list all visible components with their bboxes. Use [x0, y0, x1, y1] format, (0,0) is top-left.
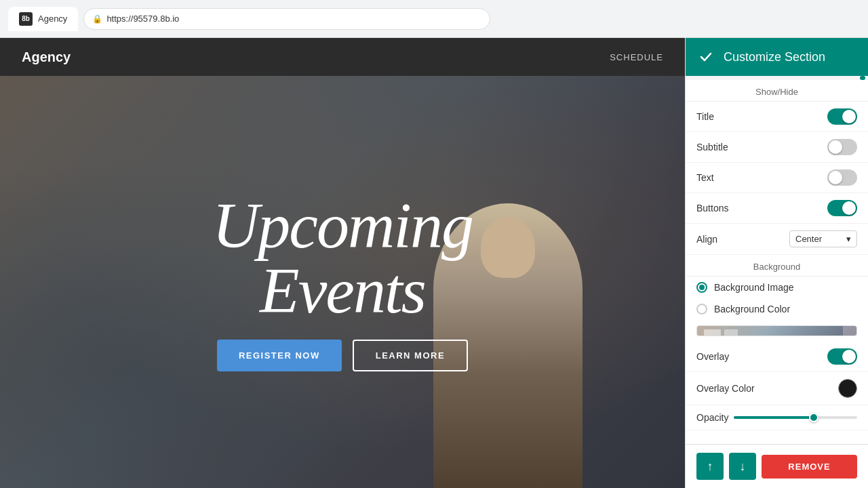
- title-row: Title: [686, 102, 868, 132]
- person-head: [481, 217, 535, 278]
- hero-title-line1: Upcoming: [212, 193, 473, 258]
- opacity-slider-thumb[interactable]: [809, 413, 818, 422]
- overlay-color-swatch[interactable]: [838, 379, 857, 398]
- subtitle-toggle-label: Subtitle: [696, 142, 728, 152]
- align-select[interactable]: Center ▾: [789, 230, 857, 247]
- buttons-toggle-label: Buttons: [696, 203, 728, 214]
- address-bar[interactable]: 🔒 https://95579.8b.io: [83, 8, 490, 30]
- thumb-board2: [724, 329, 738, 336]
- overlay-color-row: Overlay Color: [686, 372, 868, 405]
- remove-button[interactable]: REMOVE: [762, 455, 857, 479]
- text-toggle-label: Text: [696, 172, 714, 183]
- move-up-button[interactable]: ↑: [696, 453, 724, 480]
- hero-section: Upcoming Events REGISTER NOW LEARN MORE: [0, 76, 685, 488]
- panel-check-icon: [696, 47, 715, 66]
- browser-bar: 8b Agency 🔒 https://95579.8b.io: [0, 0, 868, 38]
- align-label: Align: [696, 234, 717, 245]
- browser-tab[interactable]: 8b Agency: [8, 7, 78, 31]
- bg-thumbnail[interactable]: [696, 325, 857, 336]
- learn-more-button[interactable]: LEARN MORE: [353, 340, 468, 371]
- main-area: Agency SCHEDULE Upcoming Events: [0, 38, 868, 488]
- overlay-row: Overlay: [686, 342, 868, 372]
- panel-spacer: [686, 430, 868, 444]
- panel-header: Customize Section: [686, 38, 868, 76]
- hero-title-line2: Events: [212, 258, 473, 323]
- preview-area: Agency SCHEDULE Upcoming Events: [0, 38, 685, 488]
- buttons-toggle[interactable]: [827, 200, 857, 216]
- text-row: Text: [686, 163, 868, 193]
- bg-image-row[interactable]: Background Image: [686, 277, 868, 298]
- move-down-button[interactable]: ↓: [729, 453, 756, 480]
- site-nav: Agency SCHEDULE: [0, 38, 685, 76]
- text-toggle[interactable]: [827, 169, 857, 186]
- scroll-thumb-top: [860, 76, 865, 80]
- subtitle-row: Subtitle: [686, 132, 868, 163]
- opacity-slider-container[interactable]: [734, 416, 857, 419]
- overlay-label: Overlay: [696, 351, 729, 362]
- bg-image-radio[interactable]: [696, 282, 707, 293]
- section-show-hide-label: Show/Hide: [686, 80, 868, 102]
- chevron-down-icon: ▾: [846, 234, 851, 244]
- align-row: Align Center ▾: [686, 224, 868, 255]
- overlay-color-label: Overlay Color: [696, 383, 755, 394]
- opacity-slider-track: [734, 416, 857, 419]
- tab-title: Agency: [38, 14, 67, 24]
- opacity-row: Opacity: [686, 405, 868, 430]
- overlay-toggle[interactable]: [827, 348, 857, 365]
- bg-image-label: Background Image: [714, 282, 794, 293]
- title-toggle-label: Title: [696, 111, 714, 122]
- text-toggle-knob: [829, 171, 842, 184]
- buttons-row: Buttons: [686, 193, 868, 224]
- bg-color-row[interactable]: Background Color: [686, 298, 868, 320]
- subtitle-toggle-knob: [829, 140, 842, 154]
- bg-thumbnail-img: [697, 326, 856, 336]
- browser-chrome: 8b Agency 🔒 https://95579.8b.io Agency S…: [0, 0, 868, 488]
- register-button[interactable]: REGISTER NOW: [217, 340, 342, 371]
- align-value: Center: [795, 234, 822, 244]
- panel-scroll-top: [686, 76, 868, 80]
- title-toggle[interactable]: [827, 108, 857, 125]
- url-text: https://95579.8b.io: [106, 14, 179, 24]
- bg-color-label: Background Color: [714, 304, 790, 314]
- subtitle-toggle[interactable]: [827, 139, 857, 155]
- panel-bottom: ↑ ↓ REMOVE: [686, 444, 868, 488]
- hero-buttons: REGISTER NOW LEARN MORE: [212, 340, 473, 371]
- hero-title: Upcoming Events: [212, 193, 473, 323]
- hero-content: Upcoming Events REGISTER NOW LEARN MORE: [199, 180, 486, 385]
- title-toggle-knob: [842, 110, 856, 123]
- bg-color-radio[interactable]: [696, 304, 707, 314]
- site-nav-logo: Agency: [22, 49, 71, 65]
- opacity-slider-fill: [734, 416, 814, 419]
- thumb-board1: [704, 329, 721, 336]
- customize-panel: Customize Section Show/Hide Title Subtit…: [685, 38, 868, 488]
- lock-icon: 🔒: [92, 14, 102, 24]
- panel-header-title: Customize Section: [724, 50, 825, 64]
- thumb-workspace: [697, 326, 843, 336]
- opacity-label: Opacity: [696, 412, 728, 423]
- buttons-toggle-knob: [842, 201, 856, 215]
- overlay-toggle-knob: [842, 350, 856, 363]
- site-nav-links: SCHEDULE: [610, 52, 663, 62]
- nav-link-schedule[interactable]: SCHEDULE: [610, 52, 663, 62]
- bg-image-radio-dot: [699, 285, 705, 290]
- tab-logo: 8b: [19, 12, 33, 26]
- section-background-label: Background: [686, 255, 868, 277]
